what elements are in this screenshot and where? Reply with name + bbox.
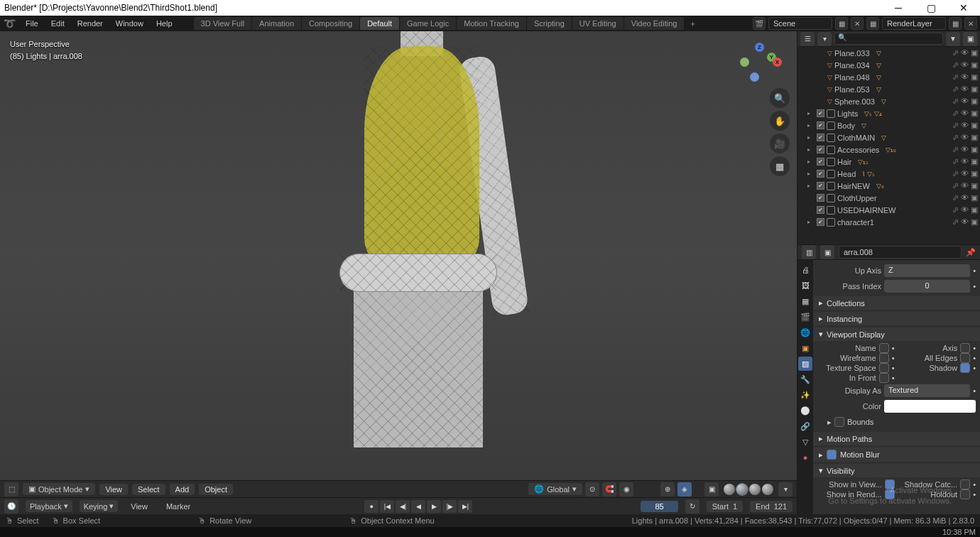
display-as-field[interactable]: Textured [884,384,970,397]
play-rev-icon[interactable]: ◀ [411,500,425,513]
render-icon[interactable]: ▣ [971,205,978,215]
axis-z-icon[interactable]: Z [755,43,764,52]
vp-shadow-check[interactable] [960,363,970,373]
object-menu[interactable]: Object [199,484,233,495]
scene-browse-icon[interactable]: ▦ [835,17,848,30]
scene-close-icon[interactable]: ✕ [851,17,864,30]
ws-tab[interactable]: Video Editing [624,17,685,30]
render-icon[interactable]: ▣ [971,169,978,178]
render-icon[interactable]: ▣ [971,60,978,70]
panel-instancing[interactable]: ▸ Instancing [813,312,980,325]
scene-tab-icon[interactable]: 🎬 [798,310,812,324]
outliner-collection-row[interactable]: ▸✔ HairNEW ▽₉⬀👁▣ [797,180,980,192]
anim-dot-icon[interactable]: • [973,282,976,291]
renderlayer-browse-icon[interactable]: ▦ [949,17,962,30]
collection-check[interactable]: ✔ [817,109,824,117]
pan-icon[interactable]: ✋ [770,111,790,131]
eye-icon[interactable]: 👁 [961,157,969,166]
zoom-icon[interactable]: 🔍 [770,88,790,108]
axis-x-icon[interactable]: X [773,58,782,67]
select-icon[interactable]: ⬀ [952,60,959,70]
tl-view-menu[interactable]: View [125,501,153,512]
collection-check[interactable]: ✔ [817,194,824,202]
blender-logo-icon[interactable]: ➰ [3,17,16,30]
render-icon[interactable]: ▣ [971,121,978,130]
maximize-button[interactable]: ▢ [915,0,947,16]
mesh-tab-icon[interactable]: ▽ [798,435,812,449]
outliner-display-icon[interactable]: ▾ [817,32,832,46]
close-button[interactable]: ✕ [947,0,980,16]
ws-tab[interactable]: Compositing [302,17,359,30]
render-icon[interactable]: ▣ [971,145,978,154]
renderlayer-icon[interactable]: ▦ [866,17,879,30]
xray-icon[interactable]: ▣ [704,482,719,497]
material-tab-icon[interactable]: ● [798,450,812,465]
frame-sync-icon[interactable]: ↻ [685,499,699,514]
outliner-collection-row[interactable]: ▸✔ Hair ▽₁₅⬀👁▣ [797,156,980,168]
axis-neg-icon[interactable] [740,58,749,67]
outliner-collection-row[interactable]: ▸✔ ClothMAIN ▽⬀👁▣ [797,131,980,143]
render-icon[interactable]: ▣ [971,217,978,227]
select-icon[interactable]: ⬀ [952,85,959,94]
render-icon[interactable]: ▣ [971,72,978,82]
expand-icon[interactable]: ▸ [807,219,815,225]
eye-icon[interactable]: 👁 [961,133,969,142]
render-icon[interactable]: ▣ [971,85,978,94]
3d-viewport[interactable]: User Perspective (85) Lights | arra.008 … [0,31,797,480]
shading-rendered[interactable] [762,484,773,495]
render-icon[interactable]: ▣ [971,157,978,166]
anim-dot-icon[interactable]: • [973,266,976,275]
eye-icon[interactable]: 👁 [961,97,969,106]
ws-tab[interactable]: Animation [252,17,301,30]
motion-blur-check[interactable] [827,450,837,460]
bounds-check[interactable] [834,417,844,427]
expand-icon[interactable]: ▸ [807,183,815,189]
menu-window[interactable]: Window [110,18,149,29]
select-icon[interactable]: ⬀ [952,97,959,106]
object-mode-dropdown[interactable]: ▣ Object Mode ▾ [23,483,95,495]
menu-render[interactable]: Render [72,18,109,29]
eye-icon[interactable]: 👁 [961,169,969,178]
render-icon[interactable]: ▣ [971,133,978,142]
physics-tab-icon[interactable]: ⚪ [798,403,812,418]
select-icon[interactable]: ⬀ [952,217,959,227]
output-tab-icon[interactable]: 🖼 [798,278,812,293]
new-collection-icon[interactable]: ▣ [963,32,977,46]
modifier-tab-icon[interactable]: 🔧 [798,372,812,386]
eye-icon[interactable]: 👁 [961,217,969,227]
expand-icon[interactable]: ▸ [807,146,815,153]
axis-neg-icon[interactable] [750,72,759,82]
outliner-mesh-row[interactable]: ▽ Plane.034 ▽⬀👁▣ [797,59,980,71]
workspace-add-button[interactable]: ＋ [685,16,701,31]
vis-holdout-check[interactable] [960,489,970,499]
outliner-collection-row[interactable]: ✔ USEDHAIRNEW ⬀👁▣ [797,204,980,216]
renderlayer-close-icon[interactable]: ✕ [964,17,977,30]
overlay-toggle-icon[interactable]: ◈ [677,482,692,497]
vp-wire-check[interactable] [879,353,889,363]
camera-icon[interactable]: 🎥 [770,134,790,153]
shading-options-icon[interactable]: ▾ [778,482,793,497]
eye-icon[interactable]: 👁 [961,181,969,190]
eye-icon[interactable]: 👁 [961,72,969,82]
select-icon[interactable]: ⬀ [952,205,959,215]
outliner-mesh-row[interactable]: ▽ Sphere.003 ▽⬀👁▣ [797,95,980,107]
select-icon[interactable]: ⬀ [952,157,959,166]
expand-icon[interactable]: ▸ [807,170,815,177]
playback-menu[interactable]: Playback ▾ [26,500,72,512]
shading-solid[interactable] [736,484,748,495]
scene-icon[interactable]: 🎬 [753,17,766,30]
proportional-icon[interactable]: ◉ [619,482,633,497]
jump-end-icon[interactable]: ▶| [458,500,472,513]
eye-icon[interactable]: 👁 [961,121,969,130]
eye-icon[interactable]: 👁 [961,48,969,58]
select-icon[interactable]: ⬀ [952,181,959,190]
panel-motion-paths[interactable]: ▸ Motion Paths [813,432,980,445]
play-icon[interactable]: ▶ [427,500,441,513]
select-icon[interactable]: ⬀ [952,133,959,142]
render-icon[interactable]: ▣ [971,181,978,190]
collection-tab-icon[interactable]: ▣ [798,341,812,355]
ws-tab[interactable]: 3D View Full [194,17,252,30]
world-tab-icon[interactable]: 🌐 [798,325,812,340]
vp-edges-check[interactable] [960,353,970,363]
outliner-collection-row[interactable]: ▸✔ Lights ▽₅ ▽₄⬀👁▣ [797,107,980,119]
